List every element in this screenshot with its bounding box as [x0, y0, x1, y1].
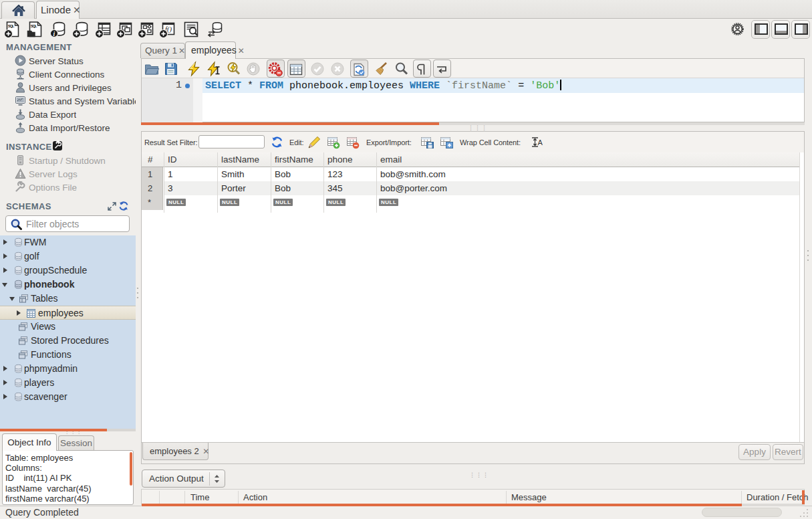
svg-text:A: A — [538, 138, 543, 146]
